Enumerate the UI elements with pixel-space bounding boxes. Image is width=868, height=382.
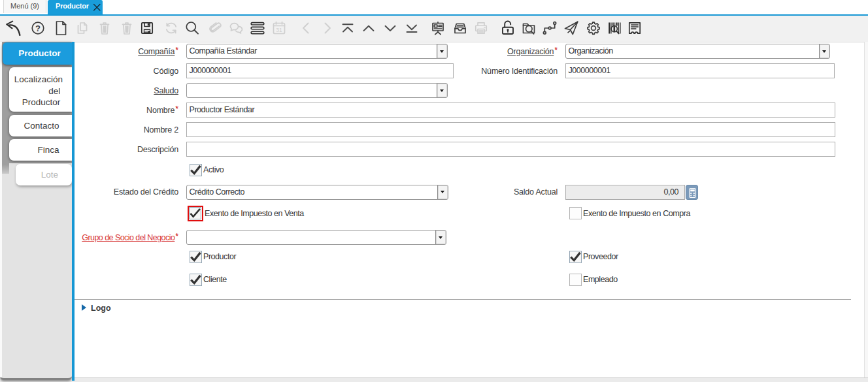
svg-text:31: 31 <box>276 27 282 33</box>
svg-text:?: ? <box>35 24 41 33</box>
